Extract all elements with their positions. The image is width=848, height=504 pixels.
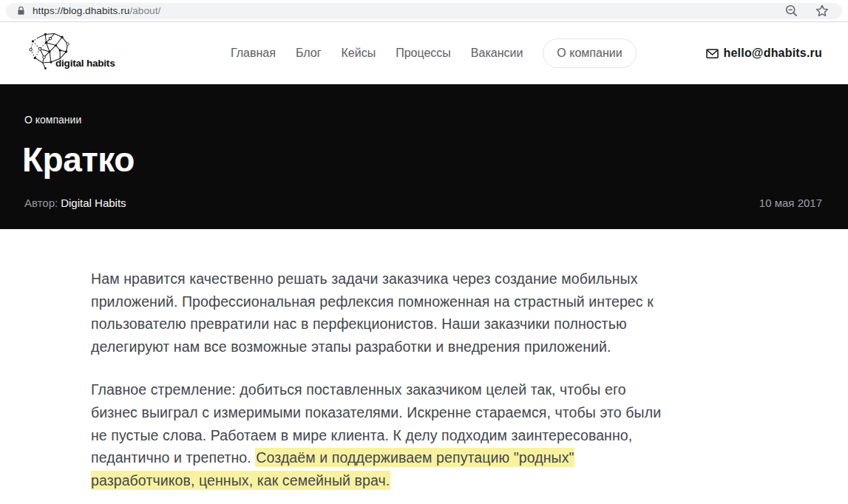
url-host: https://blog.dhabits.ru [33,5,129,16]
hero-section: О компании Кратко Автор:Digital Habits 1… [0,84,848,229]
main-nav: Главная Блог Кейсы Процессы Вакансии О к… [231,38,637,68]
lock-icon [16,5,26,16]
article-body: Нам нравится качественно решать задачи з… [0,229,848,491]
nav-item-processy[interactable]: Процессы [396,47,451,60]
post-meta: Автор:Digital Habits 10 мая 2017 [24,197,822,209]
paragraph-1: Нам нравится качественно решать задачи з… [91,268,760,358]
bookmark-star-icon[interactable] [815,4,829,17]
email-link[interactable]: hello@dhabits.ru [706,47,822,60]
author-label: Автор: [24,197,58,209]
url-path: /about/ [129,5,160,16]
nav-item-keysy[interactable]: Кейсы [341,47,376,60]
envelope-icon [706,48,719,59]
post-date: 10 мая 2017 [759,197,822,209]
nav-item-blog[interactable]: Блог [296,47,322,60]
breadcrumb[interactable]: О компании [24,114,81,126]
page-title: Кратко [22,140,822,179]
omnibox-actions [785,4,832,17]
author-name: Digital Habits [61,197,126,209]
url-text: https://blog.dhabits.ru/about/ [33,5,785,16]
nav-item-vakansii[interactable]: Вакансии [471,47,523,60]
nav-item-o-kompanii[interactable]: О компании [543,38,636,68]
email-text: hello@dhabits.ru [724,47,822,60]
nav-item-glavnaya[interactable]: Главная [231,47,276,60]
site-header: digital habits Главная Блог Кейсы Процес… [0,22,848,84]
logo-text: digital habits [55,58,115,69]
logo[interactable]: digital habits [24,29,146,75]
paragraph-2: Главное стремление: добиться поставленны… [91,378,760,491]
browser-toolbar: https://blog.dhabits.ru/about/ [0,0,848,22]
url-bar[interactable]: https://blog.dhabits.ru/about/ [6,3,842,19]
magnifier-minus-icon[interactable] [785,4,798,17]
author-line: Автор:Digital Habits [24,197,126,209]
